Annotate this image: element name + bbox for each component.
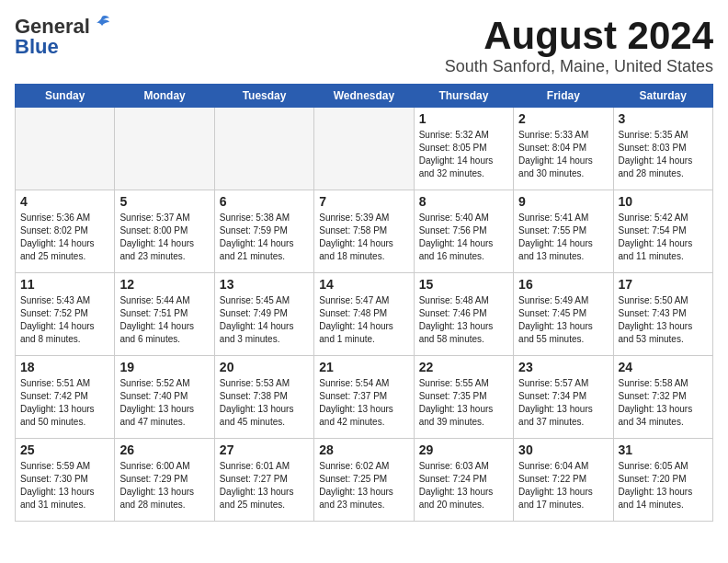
weekday-wednesday: Wednesday bbox=[314, 85, 414, 108]
calendar-cell: 1Sunrise: 5:32 AM Sunset: 8:05 PM Daylig… bbox=[414, 108, 513, 190]
calendar-table: SundayMondayTuesdayWednesdayThursdayFrid… bbox=[15, 84, 713, 522]
day-number: 26 bbox=[119, 442, 209, 457]
day-number: 14 bbox=[319, 277, 408, 292]
calendar-cell: 23Sunrise: 5:57 AM Sunset: 7:34 PM Dayli… bbox=[514, 356, 613, 439]
calendar-cell: 31Sunrise: 6:05 AM Sunset: 7:20 PM Dayli… bbox=[613, 439, 712, 522]
calendar-cell: 16Sunrise: 5:49 AM Sunset: 7:45 PM Dayli… bbox=[514, 273, 613, 356]
day-number: 4 bbox=[20, 194, 109, 209]
weekday-saturday: Saturday bbox=[613, 85, 712, 108]
day-number: 6 bbox=[220, 194, 309, 209]
weekday-thursday: Thursday bbox=[414, 85, 513, 108]
day-info: Sunrise: 5:48 AM Sunset: 7:46 PM Dayligh… bbox=[419, 294, 508, 346]
calendar-cell: 12Sunrise: 5:44 AM Sunset: 7:51 PM Dayli… bbox=[115, 273, 214, 356]
day-number: 30 bbox=[518, 442, 608, 457]
day-info: Sunrise: 5:36 AM Sunset: 8:02 PM Dayligh… bbox=[20, 212, 109, 263]
day-info: Sunrise: 5:50 AM Sunset: 7:43 PM Dayligh… bbox=[619, 294, 708, 346]
calendar-cell bbox=[16, 108, 115, 190]
calendar-cell: 19Sunrise: 5:52 AM Sunset: 7:40 PM Dayli… bbox=[115, 356, 214, 439]
day-info: Sunrise: 5:40 AM Sunset: 7:56 PM Dayligh… bbox=[419, 212, 508, 263]
day-info: Sunrise: 5:52 AM Sunset: 7:40 PM Dayligh… bbox=[119, 377, 209, 429]
day-info: Sunrise: 5:49 AM Sunset: 7:45 PM Dayligh… bbox=[518, 294, 608, 346]
day-info: Sunrise: 5:33 AM Sunset: 8:04 PM Dayligh… bbox=[518, 129, 608, 180]
calendar-cell bbox=[214, 108, 313, 190]
day-number: 3 bbox=[619, 111, 708, 126]
weekday-header-row: SundayMondayTuesdayWednesdayThursdayFrid… bbox=[16, 85, 713, 108]
day-number: 25 bbox=[20, 442, 109, 457]
day-number: 2 bbox=[518, 111, 608, 126]
day-number: 5 bbox=[119, 194, 209, 209]
day-info: Sunrise: 5:37 AM Sunset: 8:00 PM Dayligh… bbox=[119, 212, 209, 263]
day-number: 24 bbox=[619, 360, 708, 374]
weekday-tuesday: Tuesday bbox=[214, 85, 313, 108]
day-number: 28 bbox=[319, 442, 408, 457]
day-number: 31 bbox=[619, 442, 708, 457]
day-number: 23 bbox=[518, 360, 608, 374]
calendar-week-1: 1Sunrise: 5:32 AM Sunset: 8:05 PM Daylig… bbox=[16, 108, 713, 190]
calendar-cell: 15Sunrise: 5:48 AM Sunset: 7:46 PM Dayli… bbox=[414, 273, 513, 356]
calendar-cell: 22Sunrise: 5:55 AM Sunset: 7:35 PM Dayli… bbox=[414, 356, 513, 439]
calendar-cell: 21Sunrise: 5:54 AM Sunset: 7:37 PM Dayli… bbox=[314, 356, 414, 439]
day-info: Sunrise: 5:32 AM Sunset: 8:05 PM Dayligh… bbox=[419, 129, 508, 180]
day-number: 15 bbox=[419, 277, 508, 292]
calendar-cell: 13Sunrise: 5:45 AM Sunset: 7:49 PM Dayli… bbox=[214, 273, 313, 356]
day-info: Sunrise: 6:02 AM Sunset: 7:25 PM Dayligh… bbox=[319, 460, 408, 511]
day-number: 12 bbox=[119, 277, 209, 292]
calendar-cell: 11Sunrise: 5:43 AM Sunset: 7:52 PM Dayli… bbox=[16, 273, 115, 356]
day-info: Sunrise: 5:59 AM Sunset: 7:30 PM Dayligh… bbox=[20, 460, 109, 511]
day-info: Sunrise: 6:01 AM Sunset: 7:27 PM Dayligh… bbox=[220, 460, 309, 511]
calendar-cell bbox=[314, 108, 414, 190]
calendar-cell: 18Sunrise: 5:51 AM Sunset: 7:42 PM Dayli… bbox=[16, 356, 115, 439]
page-header: General Blue August 2024 South Sanford, … bbox=[15, 15, 713, 76]
calendar-week-2: 4Sunrise: 5:36 AM Sunset: 8:02 PM Daylig… bbox=[16, 190, 713, 273]
day-info: Sunrise: 5:51 AM Sunset: 7:42 PM Dayligh… bbox=[20, 377, 109, 429]
calendar-week-5: 25Sunrise: 5:59 AM Sunset: 7:30 PM Dayli… bbox=[16, 439, 713, 522]
day-info: Sunrise: 5:39 AM Sunset: 7:58 PM Dayligh… bbox=[319, 212, 408, 263]
calendar-cell: 9Sunrise: 5:41 AM Sunset: 7:55 PM Daylig… bbox=[514, 190, 613, 273]
day-info: Sunrise: 5:44 AM Sunset: 7:51 PM Dayligh… bbox=[119, 294, 209, 346]
calendar-cell: 4Sunrise: 5:36 AM Sunset: 8:02 PM Daylig… bbox=[16, 190, 115, 273]
calendar-cell: 2Sunrise: 5:33 AM Sunset: 8:04 PM Daylig… bbox=[514, 108, 613, 190]
day-number: 27 bbox=[220, 442, 309, 457]
weekday-friday: Friday bbox=[514, 85, 613, 108]
day-info: Sunrise: 5:58 AM Sunset: 7:32 PM Dayligh… bbox=[619, 377, 708, 429]
day-number: 22 bbox=[419, 360, 508, 374]
day-number: 29 bbox=[419, 442, 508, 457]
day-info: Sunrise: 5:35 AM Sunset: 8:03 PM Dayligh… bbox=[619, 129, 708, 180]
day-number: 19 bbox=[119, 360, 209, 374]
day-info: Sunrise: 6:03 AM Sunset: 7:24 PM Dayligh… bbox=[419, 460, 508, 511]
calendar-cell: 29Sunrise: 6:03 AM Sunset: 7:24 PM Dayli… bbox=[414, 439, 513, 522]
calendar-cell: 8Sunrise: 5:40 AM Sunset: 7:56 PM Daylig… bbox=[414, 190, 513, 273]
day-number: 18 bbox=[20, 360, 109, 374]
calendar-subtitle: South Sanford, Maine, United States bbox=[445, 57, 713, 76]
calendar-cell: 17Sunrise: 5:50 AM Sunset: 7:43 PM Dayli… bbox=[613, 273, 712, 356]
weekday-monday: Monday bbox=[115, 85, 214, 108]
day-info: Sunrise: 5:38 AM Sunset: 7:59 PM Dayligh… bbox=[220, 212, 309, 263]
day-info: Sunrise: 6:00 AM Sunset: 7:29 PM Dayligh… bbox=[119, 460, 209, 511]
logo: General Blue bbox=[15, 15, 111, 59]
day-info: Sunrise: 5:42 AM Sunset: 7:54 PM Dayligh… bbox=[619, 212, 708, 263]
day-info: Sunrise: 6:05 AM Sunset: 7:20 PM Dayligh… bbox=[619, 460, 708, 511]
calendar-cell: 7Sunrise: 5:39 AM Sunset: 7:58 PM Daylig… bbox=[314, 190, 414, 273]
calendar-cell: 27Sunrise: 6:01 AM Sunset: 7:27 PM Dayli… bbox=[214, 439, 313, 522]
calendar-cell: 28Sunrise: 6:02 AM Sunset: 7:25 PM Dayli… bbox=[314, 439, 414, 522]
calendar-title: August 2024 bbox=[445, 15, 713, 57]
calendar-cell: 26Sunrise: 6:00 AM Sunset: 7:29 PM Dayli… bbox=[115, 439, 214, 522]
day-number: 7 bbox=[319, 194, 408, 209]
day-info: Sunrise: 5:55 AM Sunset: 7:35 PM Dayligh… bbox=[419, 377, 508, 429]
title-block: August 2024 South Sanford, Maine, United… bbox=[445, 15, 713, 76]
calendar-cell: 6Sunrise: 5:38 AM Sunset: 7:59 PM Daylig… bbox=[214, 190, 313, 273]
day-info: Sunrise: 5:53 AM Sunset: 7:38 PM Dayligh… bbox=[220, 377, 309, 429]
logo-bird-icon bbox=[93, 15, 111, 33]
day-number: 17 bbox=[619, 277, 708, 292]
day-info: Sunrise: 5:47 AM Sunset: 7:48 PM Dayligh… bbox=[319, 294, 408, 346]
day-number: 11 bbox=[20, 277, 109, 292]
day-info: Sunrise: 5:54 AM Sunset: 7:37 PM Dayligh… bbox=[319, 377, 408, 429]
calendar-cell: 20Sunrise: 5:53 AM Sunset: 7:38 PM Dayli… bbox=[214, 356, 313, 439]
day-info: Sunrise: 5:41 AM Sunset: 7:55 PM Dayligh… bbox=[518, 212, 608, 263]
day-number: 20 bbox=[220, 360, 309, 374]
calendar-cell: 10Sunrise: 5:42 AM Sunset: 7:54 PM Dayli… bbox=[613, 190, 712, 273]
logo-blue: Blue bbox=[15, 35, 59, 59]
day-number: 16 bbox=[518, 277, 608, 292]
calendar-cell: 30Sunrise: 6:04 AM Sunset: 7:22 PM Dayli… bbox=[514, 439, 613, 522]
day-info: Sunrise: 6:04 AM Sunset: 7:22 PM Dayligh… bbox=[518, 460, 608, 511]
